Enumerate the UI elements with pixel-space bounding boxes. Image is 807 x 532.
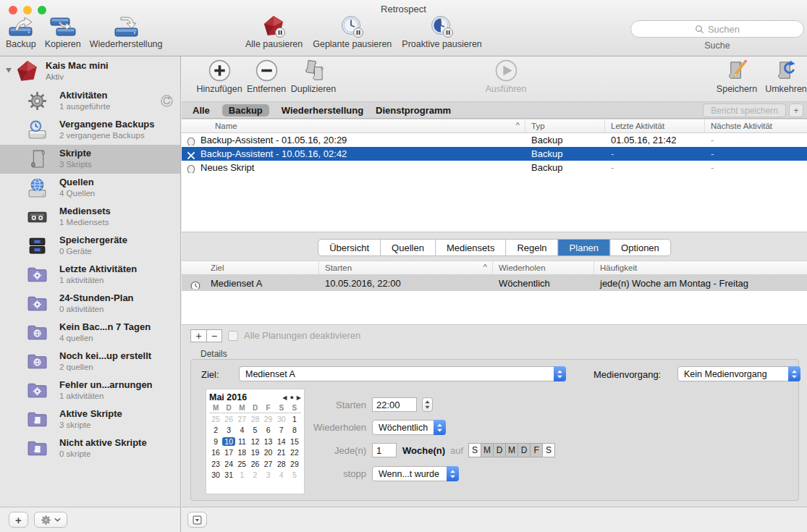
tab-ubersicht[interactable]: Übersicht xyxy=(318,240,381,256)
save-report-button[interactable]: Bericht speichern xyxy=(703,104,786,117)
sidebar-item-count: 1 aktivitäten xyxy=(59,276,103,284)
schedule-details-area: + − Alle Planungen deaktivieren Details … xyxy=(182,324,807,507)
filter-tab-backup[interactable]: Backup xyxy=(222,104,269,117)
duplizieren-button[interactable]: Duplizieren xyxy=(287,59,339,94)
weekday-toggle-d[interactable]: D xyxy=(493,443,506,457)
detail-tab-band: ÜbersichtQuellenMediensetsRegelnPlanenOp… xyxy=(182,232,807,261)
remove-schedule-button[interactable]: − xyxy=(206,329,222,342)
sidebar-root-item[interactable]: Kais Mac mini Aktiv xyxy=(0,56,180,87)
script-letzte-aktivitaet: 01.05.16, 21:42 xyxy=(605,135,705,145)
popup-chevrons-icon xyxy=(447,466,459,481)
time-stepper[interactable] xyxy=(422,397,433,412)
add-schedule-button[interactable]: + xyxy=(190,329,206,342)
filter-tab-alle[interactable]: Alle xyxy=(193,105,210,116)
script-naechste-aktivitaet: - xyxy=(705,162,807,173)
stopp-select[interactable]: Wenn...t wurde xyxy=(372,466,459,481)
disable-all-schedules-checkbox[interactable] xyxy=(228,331,238,341)
sidebar-item-quellen[interactable]: Quellen4 Quellen xyxy=(0,174,180,203)
folder-gear-icon xyxy=(27,264,48,285)
sidebar-item-fehler-un-arnungen[interactable]: Fehler un...arnungen1 aktivitäten xyxy=(0,376,180,405)
start-time-field[interactable]: 22:00 xyxy=(372,397,417,412)
weekday-toggle-m[interactable]: M xyxy=(481,443,494,457)
interval-field[interactable]: 1 xyxy=(372,443,397,457)
column-header-starten[interactable]: Starten^ xyxy=(319,261,493,274)
weekday-toggle-s[interactable]: S xyxy=(468,443,481,457)
plus-circle-icon xyxy=(208,59,232,83)
add-report-button[interactable]: + xyxy=(789,104,803,117)
wiederholen-select[interactable]: Wöchentlich xyxy=(372,420,446,435)
sidebar-item-count: 2 quellen xyxy=(59,363,93,371)
sidebar-item-skripte[interactable]: Skripte3 Skripts xyxy=(0,145,180,174)
medienvorgang-select[interactable]: Kein Medienvorgang xyxy=(677,366,800,381)
column-header-ziel[interactable]: Ziel xyxy=(182,261,319,274)
script-row[interactable]: Backup-Assistent - 10.05.16, 02:42Backup… xyxy=(182,147,807,161)
tab-mediensets[interactable]: Mediensets xyxy=(436,240,506,256)
folder-gear-icon xyxy=(27,380,48,401)
column-header-wiederholen[interactable]: Wiederholen xyxy=(493,261,594,274)
toolbar-button-geplante-pausieren[interactable]: Geplante pausieren xyxy=(313,15,392,49)
tab-quellen[interactable]: Quellen xyxy=(381,240,436,256)
sidebar-item-count: 4 Quellen xyxy=(59,189,95,198)
weekday-toggle-d[interactable]: D xyxy=(517,443,531,457)
toolbar-button-backup[interactable]: Backup xyxy=(6,15,36,49)
script-table-header: Name^TypLetzte AktivitätNächste Aktivitä… xyxy=(182,119,807,133)
sidebar-action-menu-button[interactable] xyxy=(34,512,67,528)
entfernen-button[interactable]: Entfernen xyxy=(244,59,289,94)
column-header-name[interactable]: Name^ xyxy=(182,119,525,132)
toolbar-button-alle-pausieren[interactable]: Alle pausieren xyxy=(245,15,303,49)
toolbar-button-proaktive-pausieren[interactable]: Proaktive pausieren xyxy=(402,15,481,49)
weekday-toggle-m[interactable]: M xyxy=(505,443,518,457)
tab-planen[interactable]: Planen xyxy=(559,240,610,256)
hinzufugen-button[interactable]: Hinzufügen xyxy=(195,59,244,94)
sidebar-item-count: 3 skripte xyxy=(59,421,90,429)
disclosure-triangle-icon[interactable] xyxy=(5,67,12,74)
toolbar-group-left: BackupKopierenWiederherstellung xyxy=(6,15,163,49)
sidebar-add-button[interactable]: + xyxy=(9,512,28,528)
filter-tab-wiederherstellung[interactable]: Wiederherstellung xyxy=(282,105,363,116)
ziel-label: Ziel: xyxy=(201,369,219,380)
sidebar-item-vergangene-backups[interactable]: Vergangene Backups2 vergangene Backups xyxy=(0,116,180,145)
sort-ascending-icon: ^ xyxy=(516,121,520,130)
toolbar-button-label: Duplizieren xyxy=(291,84,337,94)
sidebar-item-speichergerate[interactable]: Speichergeräte0 Geräte xyxy=(0,232,180,261)
ziel-select[interactable]: Medienset A xyxy=(239,366,566,381)
ausfuhren-button[interactable]: Ausführen xyxy=(480,59,532,94)
weekday-toggle-f[interactable]: F xyxy=(530,443,543,457)
toggle-details-pane-button[interactable] xyxy=(187,512,207,528)
schedule-row[interactable]: Medienset A10.05.2016, 22:00Wöchentlichj… xyxy=(182,275,807,291)
sidebar-item-letzte-aktivitaten[interactable]: Letzte Aktivitäten1 aktivitäten xyxy=(0,261,180,290)
sidebar-item-aktive-skripte[interactable]: Aktive Skripte3 skripte xyxy=(0,405,180,434)
column-header-haeufigkeit[interactable]: Häufigkeit xyxy=(594,261,807,274)
sidebar-item-24-stunden-plan[interactable]: 24-Stunden-Plan0 aktivitäten xyxy=(0,290,180,318)
sidebar-item-mediensets[interactable]: Mediensets1 Mediensets xyxy=(0,203,180,232)
folder-scroll-icon xyxy=(27,409,48,430)
sort-ascending-icon: ^ xyxy=(483,263,487,271)
sidebar-item-label: Nicht aktive Skripte xyxy=(59,437,147,448)
sidebar-item-nicht-aktive-skripte[interactable]: Nicht aktive Skripte0 skripte xyxy=(0,434,180,463)
speichern-button[interactable]: Speichern xyxy=(714,59,759,94)
script-row[interactable]: Neues SkriptBackup-- xyxy=(182,161,807,174)
weekday-toggle-s[interactable]: S xyxy=(542,443,555,457)
tab-optionen[interactable]: Optionen xyxy=(610,240,670,256)
gem-pause-icon xyxy=(261,15,287,38)
umkehren-button[interactable]: Umkehren xyxy=(765,59,807,94)
sidebar-item-count: 0 skripte xyxy=(59,449,90,458)
drive-copy-icon xyxy=(50,15,76,38)
sidebar-item-count: 0 aktivitäten xyxy=(59,305,103,313)
tab-regeln[interactable]: Regeln xyxy=(506,240,558,256)
column-header-naechste-aktivitaet[interactable]: Nächste Aktivität xyxy=(705,119,807,132)
script-row[interactable]: Backup-Assistent - 01.05.16, 20:29Backup… xyxy=(182,133,807,147)
tape-icon xyxy=(27,206,48,227)
sidebar-item-label: Aktivitäten xyxy=(59,90,107,101)
sidebar-item-kein-bac-n-7-tagen[interactable]: Kein Bac...n 7 Tagen4 quellen xyxy=(0,318,180,347)
sidebar-item-aktivitaten[interactable]: Aktivitäten1 ausgeführte xyxy=(0,87,180,116)
column-header-typ[interactable]: Typ xyxy=(525,119,605,132)
search-input[interactable]: Suchen xyxy=(630,20,804,38)
sidebar-item-noch-kei-up-erstellt[interactable]: Noch kei...up erstellt2 quellen xyxy=(0,347,180,376)
schedule-wiederholen: Wöchentlich xyxy=(493,278,594,289)
toolbar-button-wiederherstellung[interactable]: Wiederherstellung xyxy=(90,15,163,49)
toolbar-button-kopieren[interactable]: Kopieren xyxy=(45,15,81,49)
script-toolbar: HinzufügenEntfernenDuplizierenAusführenS… xyxy=(182,56,807,101)
filter-tab-dienstprogramm[interactable]: Dienstprogramm xyxy=(376,105,451,116)
column-header-letzte-aktivitaet[interactable]: Letzte Aktivität xyxy=(605,119,705,132)
